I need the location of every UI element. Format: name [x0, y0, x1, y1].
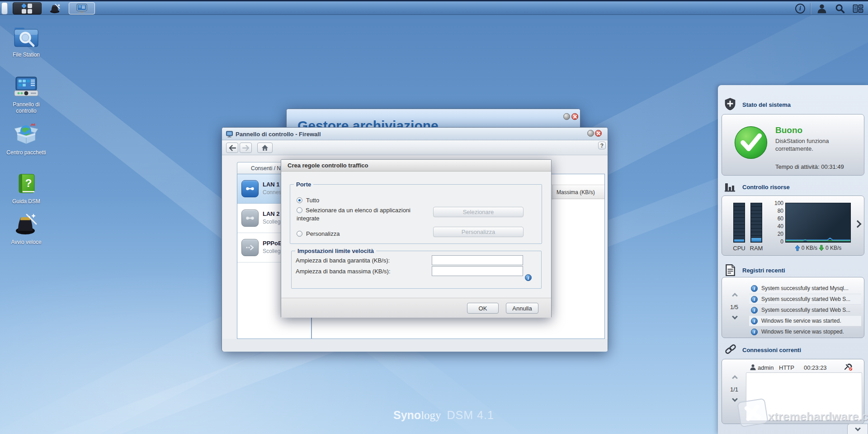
info-icon: i — [751, 296, 758, 303]
info-icon: i — [751, 285, 758, 292]
select-apps-button[interactable]: Selezionare — [433, 207, 524, 217]
network-chart — [785, 203, 851, 243]
minimize-button[interactable] — [563, 113, 570, 120]
user-menu-button[interactable] — [814, 2, 830, 14]
download-arrow-icon — [819, 245, 824, 251]
resource-monitor-box: CPU RAM 100 80 60 40 20 0 0 KB/s 0 KB/s — [722, 196, 864, 256]
column-header-max-kbs[interactable]: Massima (KB/s) — [552, 185, 604, 200]
customize-button[interactable]: Personalizza — [433, 227, 524, 237]
y-tick: 20 — [771, 231, 783, 237]
y-tick: 40 — [771, 223, 783, 229]
firewall-window-title: Pannello di controllo - Firewall — [236, 131, 321, 138]
minimize-button[interactable] — [587, 130, 594, 137]
system-status-box: Buono DiskStation funziona correttamente… — [722, 114, 864, 176]
y-tick: 60 — [771, 215, 783, 222]
adapter-name: LAN 2 — [263, 210, 280, 217]
main-menu-button[interactable] — [13, 2, 42, 14]
radio-app-list[interactable] — [297, 207, 302, 213]
show-desktop-button[interactable] — [1, 2, 8, 14]
speed-limit-legend: Impostazioni limite velocità — [295, 248, 376, 254]
desktop-icon-file-station[interactable]: File Station — [3, 26, 50, 58]
back-button[interactable] — [226, 143, 238, 153]
close-icon — [597, 132, 600, 135]
bandwidth-info-icon: i — [525, 274, 532, 281]
help-button[interactable]: ? — [598, 142, 606, 149]
search-button[interactable] — [832, 2, 848, 14]
user-icon — [817, 4, 827, 14]
monitor-icon — [76, 3, 88, 14]
radio-custom[interactable] — [297, 231, 302, 237]
max-bandwidth-label: Ampiezza di banda massima (KB/s): — [296, 268, 391, 275]
taskbar-app-active-window[interactable] — [69, 2, 95, 14]
shield-icon — [724, 98, 736, 110]
logs-page-down[interactable] — [732, 314, 738, 320]
connections-page-up[interactable] — [732, 375, 738, 381]
ok-button[interactable]: OK — [467, 303, 499, 314]
connections-page-indicator: 1/1 — [730, 386, 738, 393]
desktop-icon-control-panel[interactable]: Pannello di controllo — [3, 76, 50, 114]
connections-page-down[interactable] — [732, 396, 738, 402]
forward-button[interactable] — [240, 143, 252, 153]
home-button[interactable] — [257, 143, 273, 153]
radio-app-list-label: Selezionare da un elenco di applicazioni… — [297, 207, 410, 222]
expand-resources-chevron[interactable] — [854, 220, 862, 228]
desktop-icon-label: File Station — [3, 52, 50, 58]
chain-link-icon — [724, 343, 737, 356]
taskbar-app-quick-start[interactable] — [45, 2, 65, 14]
dialog-title: Crea regole controllo traffico — [288, 162, 368, 169]
system-health-button[interactable]: i — [793, 2, 807, 14]
cancel-button[interactable]: Annulla — [506, 303, 538, 314]
guaranteed-bandwidth-input[interactable] — [432, 255, 523, 265]
log-item: i System successfully started Web S... — [749, 305, 861, 315]
widget-panel: Stato del sistema Buono DiskStation funz… — [718, 85, 868, 434]
radio-custom-label: Personalizza — [306, 230, 340, 237]
watermark-logo — [737, 398, 769, 427]
upload-rate: 0 KB/s — [802, 245, 817, 251]
firewall-toolbar — [222, 140, 608, 155]
magic-hat-icon — [14, 213, 38, 235]
watermark-text: xtremehardware.com — [768, 410, 868, 424]
desktop-icon-package-center[interactable]: Centro pacchetti — [3, 123, 50, 156]
ports-legend: Porte — [294, 181, 313, 188]
window-bottom-strip — [222, 339, 608, 352]
connection-user: admin — [758, 364, 774, 371]
traffic-rule-dialog: Crea regole controllo traffico Porte Tut… — [281, 159, 552, 318]
back-arrow-icon — [229, 145, 236, 151]
help-icon: ? — [600, 143, 604, 149]
file-station-icon — [13, 26, 39, 48]
product-version: DSM 4.1 — [447, 409, 494, 421]
y-tick: 100 — [771, 200, 783, 206]
dsm-branding: Synology DSM 4.1 — [393, 409, 494, 422]
disconnect-button[interactable] — [844, 363, 853, 373]
radio-all-ports[interactable] — [297, 197, 302, 203]
close-button[interactable] — [595, 130, 602, 137]
connection-time: 00:23:23 — [804, 364, 827, 371]
logs-page-up[interactable] — [732, 293, 738, 299]
close-button[interactable] — [571, 113, 578, 120]
y-tick: 0 — [771, 238, 783, 245]
widgets-icon — [853, 4, 863, 14]
package-center-icon — [14, 123, 39, 146]
x-logo-icon — [743, 403, 762, 422]
firewall-titlebar[interactable]: Pannello di controllo - Firewall — [222, 128, 608, 140]
search-icon — [835, 4, 845, 14]
disconnect-icon — [844, 363, 853, 371]
taskbar-separator — [810, 3, 811, 14]
pilot-view-button[interactable] — [850, 2, 866, 14]
recent-logs-box: 1/5 i System successfully started Mysql.… — [722, 277, 864, 338]
desktop-icon-dsm-help[interactable]: ? Guida DSM — [3, 173, 50, 205]
desktop-icon-label: Avvio veloce — [3, 239, 50, 245]
current-connections-title: Connessioni correnti — [742, 347, 801, 353]
status-description: DiskStation funziona correttamente. — [775, 137, 848, 153]
info-icon: i — [751, 318, 758, 324]
bar-chart-icon — [724, 181, 736, 192]
dialog-titlebar[interactable]: Crea regole controllo traffico — [281, 160, 551, 172]
widget-panel-collapse-button[interactable] — [847, 424, 868, 434]
status-ok-icon — [734, 125, 768, 160]
desktop-icon-label: Pannello di controllo — [3, 101, 50, 114]
desktop-icon-quick-start[interactable]: Avvio veloce — [3, 213, 50, 245]
radio-all-ports-label: Tutto — [306, 197, 319, 204]
desktop-icon-label: Guida DSM — [3, 198, 50, 205]
desktop-icon-label: Centro pacchetti — [3, 149, 50, 156]
max-bandwidth-input[interactable] — [432, 266, 523, 276]
